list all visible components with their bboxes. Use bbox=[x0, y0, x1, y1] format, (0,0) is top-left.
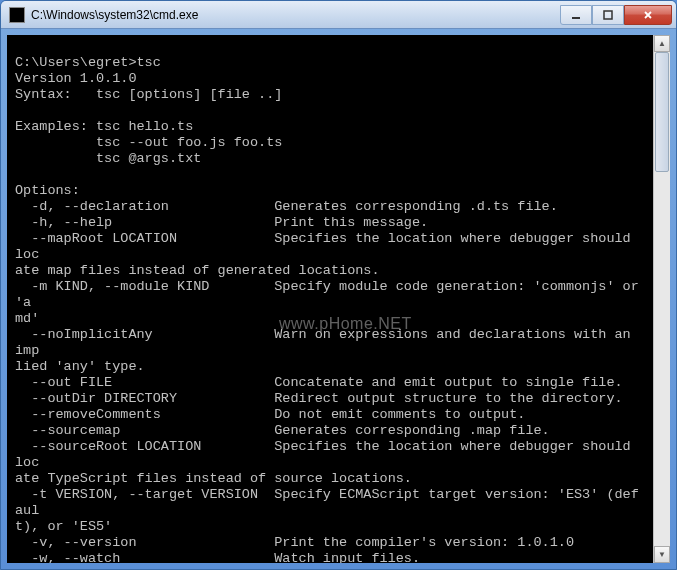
vertical-scrollbar[interactable]: ▲ ▼ bbox=[653, 35, 670, 563]
window-title: C:\Windows\system32\cmd.exe bbox=[31, 8, 560, 22]
app-icon bbox=[9, 7, 25, 23]
window-controls bbox=[560, 5, 672, 25]
svg-rect-1 bbox=[604, 11, 612, 19]
maximize-button[interactable] bbox=[592, 5, 624, 25]
close-icon bbox=[642, 9, 654, 21]
minimize-button[interactable] bbox=[560, 5, 592, 25]
minimize-icon bbox=[570, 9, 582, 21]
close-button[interactable] bbox=[624, 5, 672, 25]
scroll-track[interactable] bbox=[654, 52, 670, 546]
cmd-window: C:\Windows\system32\cmd.exe C:\Users\egr… bbox=[0, 0, 677, 570]
titlebar[interactable]: C:\Windows\system32\cmd.exe bbox=[1, 1, 676, 29]
maximize-icon bbox=[602, 9, 614, 21]
scroll-up-button[interactable]: ▲ bbox=[654, 35, 670, 52]
svg-rect-0 bbox=[572, 17, 580, 19]
scroll-down-button[interactable]: ▼ bbox=[654, 546, 670, 563]
terminal-output[interactable]: C:\Users\egret>tsc Version 1.0.1.0 Synta… bbox=[7, 35, 653, 563]
client-area: C:\Users\egret>tsc Version 1.0.1.0 Synta… bbox=[7, 35, 670, 563]
scroll-thumb[interactable] bbox=[655, 52, 669, 172]
